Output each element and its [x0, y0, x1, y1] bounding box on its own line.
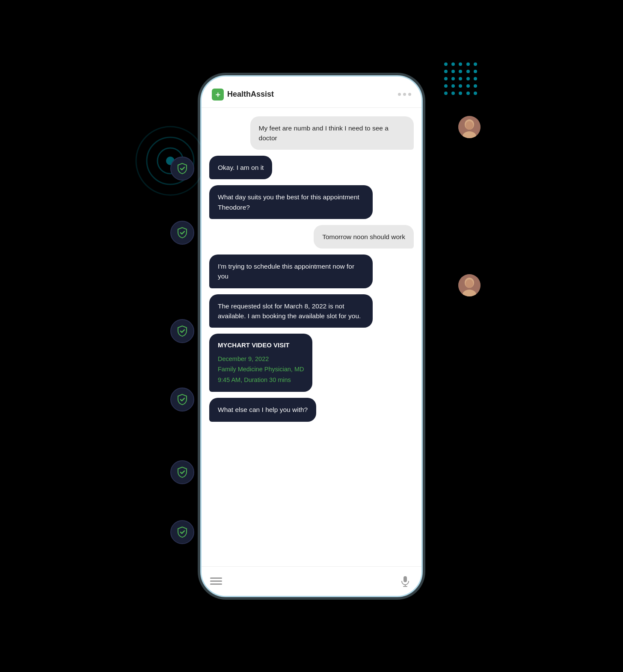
shield-icon-6 — [170, 520, 194, 544]
signal-arcs-decoration — [132, 122, 209, 199]
svg-rect-12 — [403, 576, 407, 582]
appointment-time: 9:45 AM, Duration 30 mins — [218, 375, 304, 385]
message-2: Okay. I am on it — [209, 156, 272, 179]
message-1: My feet are numb and I think I need to s… — [250, 116, 414, 150]
message-8: What else can I help you with? — [209, 398, 316, 421]
shield-icon-1 — [170, 157, 194, 181]
bubble-6: The requested slot for March 8, 2022 is … — [209, 294, 373, 328]
appointment-date: December 9, 2022 — [218, 354, 304, 364]
svg-point-11 — [466, 279, 473, 288]
scene: ＋ HealthAssist My feet are numb and I th… — [119, 37, 504, 636]
menu-line-2 — [210, 580, 222, 582]
dots-decoration — [444, 62, 478, 97]
shield-icon-5 — [170, 460, 194, 484]
avatar-2 — [458, 274, 481, 296]
svg-point-7 — [466, 121, 473, 130]
message-3: What day suits you the best for this app… — [209, 185, 373, 219]
appointment-physician: Family Medicine Physician, MD — [218, 364, 304, 375]
bottom-bar — [202, 566, 421, 596]
microphone-icon[interactable] — [398, 574, 413, 589]
message-4: Tomorrow noon should work — [314, 225, 414, 249]
header-dot-1 — [398, 93, 401, 96]
header-menu-dots[interactable] — [398, 93, 411, 96]
app-header: ＋ HealthAssist — [202, 77, 421, 108]
menu-line-3 — [210, 583, 222, 585]
avatar-1 — [458, 116, 481, 138]
bubble-2: Okay. I am on it — [209, 156, 272, 179]
shield-icon-2 — [170, 221, 194, 245]
bubble-3: What day suits you the best for this app… — [209, 185, 373, 219]
bubble-7: MYCHART VIDEO VISIT December 9, 2022 Fam… — [209, 334, 312, 392]
message-7-appointment: MYCHART VIDEO VISIT December 9, 2022 Fam… — [209, 334, 312, 392]
logo-icon: ＋ — [212, 89, 224, 101]
message-6: The requested slot for March 8, 2022 is … — [209, 294, 373, 328]
bubble-1: My feet are numb and I think I need to s… — [250, 116, 414, 150]
bubble-4: Tomorrow noon should work — [314, 225, 414, 249]
shield-icon-4 — [170, 388, 194, 411]
header-dot-3 — [408, 93, 411, 96]
menu-icon[interactable] — [210, 577, 222, 585]
bubble-8: What else can I help you with? — [209, 398, 316, 421]
message-5: I'm trying to schedule this appointment … — [209, 255, 373, 288]
bubble-5: I'm trying to schedule this appointment … — [209, 255, 373, 288]
appointment-title: MYCHART VIDEO VISIT — [218, 340, 304, 350]
app-logo: ＋ HealthAssist — [212, 89, 274, 101]
chat-area: My feet are numb and I think I need to s… — [202, 108, 421, 566]
app-name: HealthAssist — [227, 90, 274, 99]
shield-icon-3 — [170, 319, 194, 343]
menu-line-1 — [210, 577, 222, 579]
phone-frame: ＋ HealthAssist My feet are numb and I th… — [200, 75, 423, 597]
header-dot-2 — [403, 93, 406, 96]
